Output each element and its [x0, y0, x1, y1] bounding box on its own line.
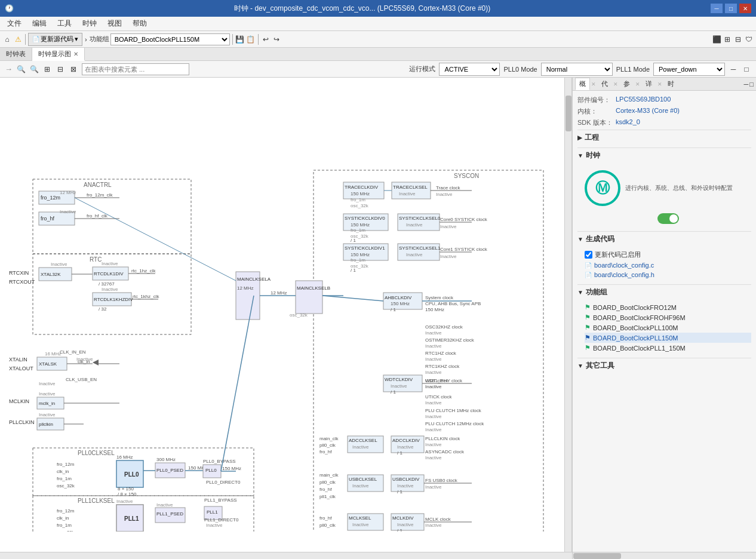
right-tab-code[interactable]: 代: [597, 78, 612, 90]
menu-file[interactable]: 文件: [2, 17, 26, 30]
svg-text:osc_32k: osc_32k: [57, 530, 75, 532]
search-input[interactable]: [82, 63, 189, 75]
right-panel-scrollbar[interactable]: [573, 552, 756, 559]
func-icon-frohf96m: ⚑: [585, 314, 591, 321]
clock-logo-row: Ⓜ 进行内核、系统、总线、和外设时钟配置: [585, 165, 751, 211]
svg-text:fro_1m: fro_1m: [351, 228, 365, 233]
svg-text:Inactive: Inactive: [102, 287, 118, 292]
pll1-mode-select[interactable]: Power_down Normal Bypass: [653, 63, 725, 76]
right-tab-overview[interactable]: 概: [575, 78, 590, 90]
chip-icon[interactable]: ⬛: [712, 35, 721, 44]
svg-text:Inactive: Inactive: [425, 370, 442, 375]
zoom-out-icon[interactable]: 🔍: [29, 64, 39, 74]
update-source-button[interactable]: 📄 更新源代码 ▾: [28, 33, 82, 46]
func-item-pll1-150m[interactable]: ⚑ BOARD_BootClockPLL1_150M: [585, 343, 751, 353]
svg-text:Inactive: Inactive: [440, 254, 457, 259]
func-item-fro12m[interactable]: ⚑ BOARD_BootClockFRO12M: [585, 302, 751, 312]
redo-icon[interactable]: ↪: [272, 35, 281, 44]
minimize-button[interactable]: ─: [711, 4, 723, 13]
tab-clock-table[interactable]: 时钟表: [0, 48, 32, 60]
minimize-panel-icon[interactable]: ─: [729, 64, 738, 74]
svg-text:RTCXIN: RTCXIN: [9, 270, 29, 276]
right-tab-time[interactable]: 时: [663, 78, 678, 90]
svg-text:TRACECLKDIV: TRACECLKDIV: [345, 185, 379, 190]
home-icon[interactable]: ⌂: [2, 35, 12, 44]
tab-close-icon[interactable]: ✕: [73, 51, 78, 57]
svg-text:main_clk: main_clk: [319, 472, 339, 478]
svg-text:300 MHz: 300 MHz: [156, 457, 176, 462]
update-source-icon: 📄: [32, 36, 39, 42]
title-bar: 🕐 时钟 - dev_composite_cdc_vcom_cdc_vco...…: [0, 0, 756, 17]
layout-diagram-icon[interactable]: ⊟: [56, 64, 65, 74]
vertical-scrollbar[interactable]: [564, 78, 571, 552]
svg-text:PLL1_DIRECT0: PLL1_DIRECT0: [204, 517, 239, 523]
svg-text:WDT clock: WDT clock: [425, 378, 449, 383]
pll0-mode-select[interactable]: Normal Bypass Power_down: [541, 63, 613, 76]
menu-clock[interactable]: 时钟: [78, 17, 102, 30]
svg-text:Inactive: Inactive: [51, 262, 67, 267]
menu-tools[interactable]: 工具: [53, 17, 76, 30]
right-panel-scroll-thumb[interactable]: [573, 553, 621, 559]
close-button[interactable]: ✕: [739, 4, 751, 13]
file-item-clock-c[interactable]: 📄 board\clock_config.c: [585, 260, 751, 270]
svg-text:fro_1m: fro_1m: [351, 197, 365, 202]
svg-text:Inactive: Inactive: [206, 523, 223, 528]
connect-icon[interactable]: ⊟: [733, 35, 743, 44]
copy-icon[interactable]: 📋: [246, 35, 256, 44]
svg-text:Inactive: Inactive: [391, 383, 407, 389]
svg-text:16 MHz: 16 MHz: [116, 454, 133, 460]
func-label-pll100m: BOARD_BootClockPLL100M: [593, 324, 678, 331]
fit-icon[interactable]: ⊞: [42, 64, 52, 74]
svg-text:UTICK clock: UTICK clock: [425, 394, 452, 400]
zoom-in-icon[interactable]: 🔍: [16, 64, 26, 74]
tab-clock-diagram[interactable]: 时钟显示图 ✕: [32, 48, 85, 61]
update-code-checkbox-row: 更新代码已启用: [585, 250, 751, 259]
svg-text:PLL0: PLL0: [205, 468, 217, 473]
canvas-scroll[interactable]: SYSCON ANACTRL fro_12m 12 MHz fro_12m_cl…: [0, 78, 571, 559]
section-generate-code[interactable]: ▼ 生成代码: [577, 231, 751, 247]
svg-text:Inactive: Inactive: [440, 224, 457, 229]
file-item-clock-h[interactable]: 📄 board\clock_config.h: [585, 270, 751, 280]
right-tab-params[interactable]: 参: [619, 78, 634, 90]
menu-edit[interactable]: 编辑: [27, 17, 51, 30]
run-mode-select[interactable]: ACTIVE SLEEP DEEP_SLEEP: [439, 63, 500, 76]
svg-text:clk_in: clk_in: [57, 515, 69, 521]
maximize-panel-icon[interactable]: □: [742, 64, 751, 74]
section-other-tools[interactable]: ▼ 其它工具: [577, 358, 751, 373]
func-item-pll100m[interactable]: ⚑ BOARD_BootClockPLL100M: [585, 322, 751, 333]
func-item-pll150m[interactable]: ⚑ BOARD_BootClockPLL150M: [585, 333, 751, 343]
section-project[interactable]: ▶ 工程: [577, 130, 751, 145]
svg-text:MCLKIN: MCLKIN: [9, 398, 29, 404]
layout-icon[interactable]: ⊞: [723, 35, 732, 44]
menu-view[interactable]: 视图: [103, 17, 127, 30]
clock-toggle[interactable]: [657, 213, 679, 224]
undo-icon[interactable]: ↩: [261, 35, 271, 44]
svg-text:Inactive: Inactive: [399, 191, 416, 196]
func-item-frohf96m[interactable]: ⚑ BOARD_BootClockFROHF96M: [585, 312, 751, 322]
maximize-button[interactable]: □: [725, 4, 737, 13]
svg-text:12 MHz: 12 MHz: [237, 285, 254, 291]
menu-bar: 文件 编辑 工具 时钟 视图 帮助: [0, 17, 756, 31]
canvas-area[interactable]: SYSCON ANACTRL fro_12m 12 MHz fro_12m_cl…: [0, 78, 572, 559]
section-clock[interactable]: ▼ 时钟: [577, 148, 751, 163]
shield-icon[interactable]: 🛡: [744, 35, 754, 44]
menu-help[interactable]: 帮助: [128, 17, 152, 30]
right-panel-minimize-icon[interactable]: ─: [744, 81, 749, 88]
vertical-scroll-thumb[interactable]: [566, 96, 571, 131]
svg-text:Inactive: Inactive: [425, 357, 442, 362]
svg-text:FS USB0 clock: FS USB0 clock: [425, 478, 458, 483]
svg-text:pll0_clk: pll0_clk: [319, 523, 336, 528]
right-panel-maximize-icon[interactable]: □: [749, 81, 754, 88]
section-function-group[interactable]: ▼ 功能组: [577, 284, 751, 300]
export-icon[interactable]: ⊠: [69, 64, 78, 74]
warning-icon[interactable]: ⚠: [13, 35, 23, 44]
save-icon[interactable]: 💾: [235, 35, 245, 44]
function-group-select[interactable]: BOARD_BootClockPLL150M BOARD_BootClockFR…: [110, 33, 230, 45]
svg-text:150 MHz: 150 MHz: [351, 222, 370, 228]
bottom-hscroll[interactable]: [0, 552, 572, 559]
svg-text:RTCDLK1KHZDIV: RTCDLK1KHZDIV: [94, 297, 133, 302]
clock-description: 进行内核、系统、总线、和外设时钟配置: [625, 184, 751, 192]
other-tools-section-label: 其它工具: [586, 361, 614, 371]
right-tab-detail[interactable]: 详: [641, 78, 656, 90]
update-code-checkbox[interactable]: [585, 251, 592, 259]
